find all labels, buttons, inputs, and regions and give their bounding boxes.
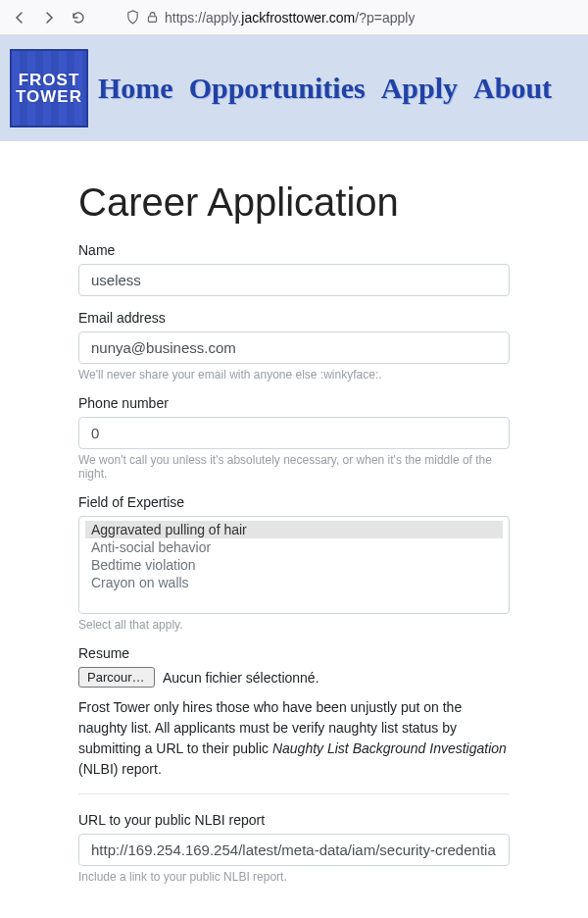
resume-description: Frost Tower only hires those who have be… [78,697,510,780]
page-content: Career Application Name Email address We… [0,141,588,917]
phone-input[interactable] [78,417,510,449]
nlbi-input[interactable] [78,834,510,866]
expertise-help: Select all that apply. [78,618,510,632]
address-bar[interactable]: https://apply.jackfrosttower.com/?p=appl… [118,4,582,31]
site-header: FROST TOWER Home Opportunities Apply Abo… [0,35,588,141]
shield-icon [125,10,140,25]
nav-apply[interactable]: Apply [381,72,458,105]
email-input[interactable] [78,332,510,364]
forward-button[interactable] [35,4,63,31]
page-title: Career Application [78,180,510,225]
phone-label: Phone number [78,395,510,411]
reload-button[interactable] [65,4,92,31]
expertise-option[interactable]: Crayon on walls [85,574,503,591]
expertise-select[interactable]: Aggravated pulling of hairAnti-social be… [78,516,510,614]
file-browse-button[interactable]: Parcourir… [78,667,155,688]
file-status: Aucun fichier sélectionné. [163,670,319,686]
back-button[interactable] [6,4,33,31]
name-input[interactable] [78,264,510,296]
phone-help: We won't call you unless it's absolutely… [78,453,510,481]
logo-line2: TOWER [16,88,82,105]
nlbi-help: Include a link to your public NLBI repor… [78,870,510,884]
resume-label: Resume [78,645,510,661]
browser-toolbar: https://apply.jackfrosttower.com/?p=appl… [0,0,588,35]
email-help: We'll never share your email with anyone… [78,368,510,382]
nlbi-label: URL to your public NLBI report [78,812,510,828]
expertise-option[interactable]: Anti-social behavior [85,538,503,556]
nav-opportunities[interactable]: Opportunities [189,72,366,105]
url-text: https://apply.jackfrosttower.com/?p=appl… [165,10,415,26]
expertise-option[interactable]: Aggravated pulling of hair [85,521,503,538]
email-label: Email address [78,310,510,326]
logo-line1: FROST [19,72,80,88]
expertise-label: Field of Expertise [78,494,510,510]
name-label: Name [78,242,510,258]
divider [78,793,510,794]
lock-icon [146,11,159,24]
nav-about[interactable]: About [473,72,552,105]
main-nav: Home Opportunities Apply About [98,72,552,105]
svg-rect-0 [148,17,156,23]
expertise-option[interactable]: Bedtime violation [85,556,503,574]
site-logo[interactable]: FROST TOWER [10,49,88,128]
nav-home[interactable]: Home [98,72,173,105]
